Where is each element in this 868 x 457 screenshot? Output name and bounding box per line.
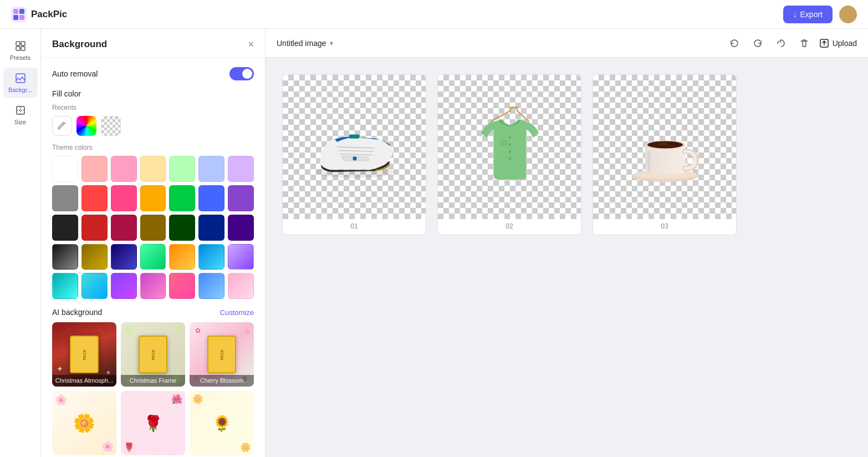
- logo-area: PackPic: [11, 7, 67, 22]
- canvas-item-label-01: 01: [283, 219, 426, 235]
- color-cell[interactable]: [228, 273, 254, 299]
- canvas-item-img-02: [438, 75, 581, 219]
- ai-bg-item-christmas-atmosphere[interactable]: PACK ✦ ★ Christmas Atmosph...: [52, 322, 116, 387]
- color-cell[interactable]: [228, 156, 254, 182]
- color-cell[interactable]: [81, 156, 108, 182]
- canvas-item-03[interactable]: 03: [593, 74, 737, 235]
- color-cell[interactable]: [169, 273, 195, 299]
- color-cell[interactable]: [111, 273, 137, 299]
- canvas-item-img-01: [283, 75, 426, 219]
- canvas-title-area: Untitled image ▾: [277, 39, 333, 48]
- ai-bg-item-flowers-2[interactable]: 🌹 🌺 🌹: [121, 391, 185, 455]
- color-cell[interactable]: [198, 156, 224, 182]
- color-cell[interactable]: [52, 215, 78, 241]
- customize-link[interactable]: Customize: [220, 308, 254, 317]
- redo-button[interactable]: [749, 35, 766, 52]
- color-cell[interactable]: [169, 215, 195, 241]
- color-cell[interactable]: [228, 185, 254, 211]
- fill-color-title: Fill color: [52, 89, 254, 98]
- undo-button[interactable]: [726, 35, 743, 52]
- color-cell[interactable]: [111, 156, 137, 182]
- svg-point-14: [353, 156, 356, 160]
- rainbow-swatch[interactable]: [76, 116, 96, 136]
- shirt-illustration: [466, 103, 554, 191]
- coffee-illustration: [621, 105, 709, 189]
- panel-close-button[interactable]: ×: [248, 39, 254, 49]
- ai-bg-item-christmas-frame[interactable]: PACK Christmas Frame: [121, 322, 185, 387]
- app-name: PackPic: [31, 9, 67, 20]
- svg-rect-10: [17, 106, 24, 114]
- color-cell[interactable]: [228, 244, 254, 270]
- upload-button[interactable]: Upload: [819, 38, 857, 48]
- color-cell[interactable]: [140, 185, 166, 211]
- color-cell[interactable]: [198, 215, 224, 241]
- upload-label: Upload: [833, 39, 857, 48]
- ai-bg-grid: PACK ✦ ★ Christmas Atmosph... PACK: [52, 322, 254, 455]
- sidebar-item-size[interactable]: Size: [3, 100, 38, 130]
- eyedropper-swatch[interactable]: [52, 116, 72, 136]
- color-cell[interactable]: [228, 215, 254, 241]
- theme-colors-label: Theme colors: [52, 144, 254, 151]
- color-cell[interactable]: [169, 156, 195, 182]
- topbar: PackPic ↓ Export: [0, 0, 868, 29]
- color-cell[interactable]: [140, 215, 166, 241]
- ai-bg-title: AI background: [52, 308, 102, 317]
- svg-point-27: [665, 144, 672, 147]
- sidebar-item-presets[interactable]: Presets: [3, 35, 38, 65]
- color-cell[interactable]: [111, 215, 137, 241]
- background-panel: Background × Auto removal Fill color Rec…: [41, 29, 265, 457]
- svg-rect-0: [11, 7, 27, 22]
- presets-label: Presets: [10, 54, 30, 61]
- auto-removal-toggle[interactable]: [229, 67, 254, 80]
- color-cell[interactable]: [81, 244, 108, 270]
- color-cell[interactable]: [169, 244, 195, 270]
- auto-removal-label: Auto removal: [52, 69, 98, 78]
- color-cell[interactable]: [111, 185, 137, 211]
- color-cell[interactable]: [198, 244, 224, 270]
- color-cell[interactable]: [81, 215, 108, 241]
- color-cell[interactable]: [81, 185, 108, 211]
- auto-removal-row: Auto removal: [52, 67, 254, 80]
- color-cell[interactable]: [111, 244, 137, 270]
- transparent-swatch[interactable]: [101, 116, 121, 136]
- main-layout: Presets Backgr... Size Background: [0, 29, 868, 457]
- color-cell[interactable]: [52, 244, 78, 270]
- color-cell[interactable]: [140, 273, 166, 299]
- ai-bg-item-flowers-3[interactable]: 🌻 🌼 🌼: [190, 391, 254, 455]
- export-icon: ↓: [793, 10, 797, 19]
- color-cell[interactable]: [81, 273, 108, 299]
- canvas-area: Untitled image ▾: [265, 29, 868, 457]
- panel-header: Background ×: [41, 29, 265, 58]
- canvas-title-chevron[interactable]: ▾: [330, 39, 333, 47]
- ai-bg-item-flowers-1[interactable]: 🌼 🌸 🌸: [52, 391, 116, 455]
- ai-bg-item-cherry-blossom[interactable]: PACK ✿ ✿ ✿ ✿ Cherry Blossom: [190, 322, 254, 387]
- svg-rect-3: [13, 15, 18, 20]
- icon-sidebar: Presets Backgr... Size: [0, 29, 41, 457]
- color-cell[interactable]: [169, 185, 195, 211]
- sidebar-item-background[interactable]: Backgr...: [3, 68, 38, 98]
- export-button[interactable]: ↓ Export: [783, 6, 833, 23]
- svg-rect-21: [501, 140, 507, 145]
- color-cell[interactable]: [52, 156, 78, 182]
- topbar-right: ↓ Export: [783, 6, 857, 23]
- canvas-title: Untitled image: [277, 39, 326, 48]
- color-cell[interactable]: [52, 185, 78, 211]
- delete-button[interactable]: [796, 35, 813, 52]
- color-cell[interactable]: [140, 244, 166, 270]
- export-label: Export: [800, 10, 823, 19]
- svg-rect-7: [16, 47, 20, 50]
- canvas-item-01[interactable]: 01: [282, 74, 426, 235]
- canvas-item-02[interactable]: 02: [437, 74, 581, 235]
- svg-rect-5: [16, 42, 20, 45]
- avatar[interactable]: [839, 6, 857, 23]
- color-cell[interactable]: [52, 273, 78, 299]
- color-cell[interactable]: [198, 273, 224, 299]
- refresh-button[interactable]: [773, 35, 789, 52]
- color-cell[interactable]: [140, 156, 166, 182]
- fill-color-section: Fill color Recents Theme colors: [52, 89, 254, 299]
- recents-label: Recents: [52, 104, 254, 111]
- canvas-grid: 01: [282, 74, 737, 440]
- svg-rect-1: [13, 9, 18, 14]
- color-cell[interactable]: [198, 185, 224, 211]
- ai-bg-label-christmas-frame: Christmas Frame: [121, 375, 185, 387]
